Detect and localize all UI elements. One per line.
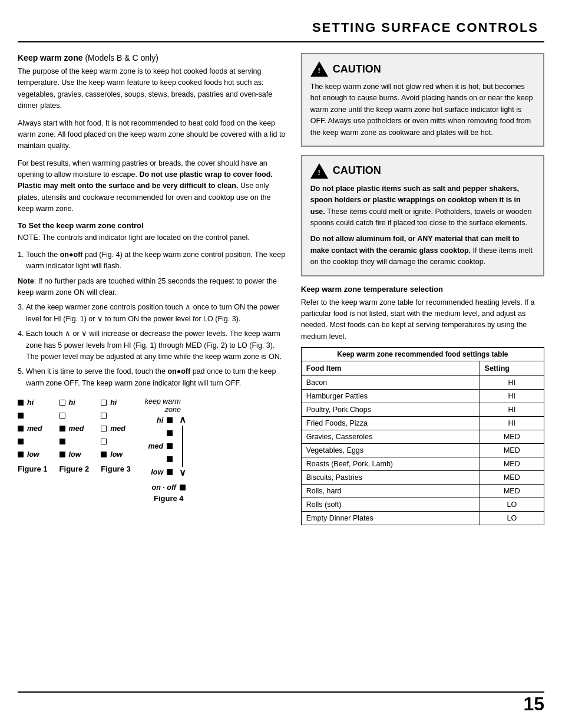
indicator-row-med: med	[59, 423, 84, 434]
setting-cell: HI	[480, 403, 544, 417]
figure4-area: keep warmzone hi	[145, 397, 193, 503]
indicator-row-blank1	[167, 428, 173, 439]
setting-cell: MED	[480, 485, 544, 498]
table-row: Rolls (soft)LO	[301, 498, 544, 512]
table-row: Vegetables, EggsMED	[301, 444, 544, 457]
on-off-row: on · off	[152, 483, 186, 492]
indicator-row-low: low	[151, 467, 173, 477]
sq-filled	[167, 469, 173, 475]
table-row: Hamburger PattiesHI	[301, 390, 544, 403]
models-note: (Models B & C only)	[85, 53, 158, 62]
table-row: BaconHI	[301, 376, 544, 390]
sq-empty	[59, 413, 65, 419]
keep-warm-zone-label: keep warmzone	[145, 397, 193, 414]
caution-header-1: ! CAUTION	[310, 61, 535, 77]
right-column: ! CAUTION The keep warm zone will not gl…	[301, 53, 544, 525]
food-cell: Hamburger Patties	[301, 390, 480, 403]
sq-filled	[18, 439, 24, 444]
indicator-row-low: low	[18, 449, 42, 460]
food-cell: Poultry, Pork Chops	[301, 403, 480, 417]
caution-box-2: ! CAUTION Do not place plastic items suc…	[301, 155, 544, 276]
indicator-row-blank1	[18, 410, 42, 421]
list-item: When it is time to serve the food, touch…	[26, 366, 287, 389]
sq-filled	[180, 485, 186, 490]
sq-filled	[101, 452, 107, 457]
indicator-row-hi: hi	[157, 415, 173, 426]
table-row: Fried Foods, PizzaHI	[301, 417, 544, 430]
sq-filled	[167, 417, 173, 423]
list-item: Touch the on●off pad (Fig. 4) at the kee…	[26, 249, 287, 272]
sq-filled	[18, 400, 24, 406]
food-cell: Roasts (Beef, Pork, Lamb)	[301, 457, 480, 471]
indicator-row-blank2	[18, 436, 42, 447]
table-header-row: Food Item Setting	[301, 361, 544, 376]
sq-filled	[59, 452, 65, 457]
figure2-indicators: hi med	[59, 397, 84, 460]
sq-filled	[18, 452, 24, 457]
food-cell: Gravies, Casseroles	[301, 430, 480, 444]
page-title: SETTING SURFACE CONTROLS	[312, 20, 538, 35]
arrow-down-icon: ∨	[179, 468, 186, 477]
list-item: At the keep warmer zone controls positio…	[26, 302, 287, 325]
indicator-row-hi: hi	[101, 397, 125, 408]
table-row: Empty Dinner PlatesLO	[301, 512, 544, 525]
indicator-row-low: low	[101, 449, 125, 460]
figure1-block: hi med	[18, 397, 48, 473]
page-number: 15	[523, 693, 544, 715]
food-cell: Fried Foods, Pizza	[301, 417, 480, 430]
sq-filled	[167, 456, 173, 462]
para3-text: For best results, when warming pastries …	[18, 158, 287, 215]
indicator-row-low: low	[59, 449, 84, 460]
arrow-up-icon: ∧	[179, 415, 186, 424]
figure3-indicators: hi med	[101, 397, 125, 460]
indicator-row-blank1	[101, 410, 125, 421]
caution-heading-2: CAUTION	[333, 164, 381, 177]
sq-empty	[101, 439, 107, 444]
sq-filled	[59, 439, 65, 444]
food-cell: Rolls (soft)	[301, 498, 480, 512]
caution-triangle-icon-2: !	[310, 163, 328, 179]
table-row: Biscuits, PastriesMED	[301, 471, 544, 485]
page-footer-line	[18, 691, 544, 693]
setting-cell: MED	[480, 471, 544, 485]
table-body: BaconHIHamburger PattiesHIPoultry, Pork …	[301, 376, 544, 525]
caution-triangle-icon-1: !	[310, 61, 328, 77]
indicator-row-blank1	[59, 410, 84, 421]
sq-filled	[167, 430, 173, 436]
intro-text: The purpose of the keep warm zone is to …	[18, 66, 287, 112]
subsection-heading: To Set the keep warm zone control	[18, 221, 287, 230]
indicator-row-med: med	[18, 423, 42, 434]
figure4-column-wrap: hi med	[148, 415, 189, 477]
figure4-label: Figure 4	[154, 494, 184, 503]
food-cell: Empty Dinner Plates	[301, 512, 480, 525]
indicator-row-blank2	[167, 454, 173, 465]
list-item: Note: If no further pads are touched wit…	[18, 276, 287, 299]
para2-text: Always start with hot food. It is not re…	[18, 118, 287, 152]
caution-text-1: The keep warm zone will not glow red whe…	[310, 81, 535, 139]
sq-empty	[101, 426, 107, 431]
vertical-line	[182, 426, 183, 467]
indicator-row-hi: hi	[59, 397, 84, 408]
main-content: Keep warm zone (Models B & C only) The p…	[18, 53, 544, 525]
figure4-indicators: hi med	[148, 415, 173, 477]
caution-text-2b: Do not allow aluminum foil, or ANY mater…	[310, 233, 535, 268]
table-row: Gravies, CasserolesMED	[301, 430, 544, 444]
food-cell: Biscuits, Pastries	[301, 471, 480, 485]
temp-section-heading: Keep warm zone temperature selection	[301, 285, 544, 294]
setting-cell: MED	[480, 430, 544, 444]
caution-heading-1: CAUTION	[333, 63, 381, 75]
setting-cell: HI	[480, 376, 544, 390]
sq-empty	[59, 400, 65, 406]
figure2-label: Figure 2	[59, 465, 90, 473]
col-header-food: Food Item	[301, 361, 480, 376]
figure3-block: hi med	[101, 397, 131, 473]
figures-row: hi med	[18, 397, 287, 503]
arrow-column: ∧ ∨	[176, 415, 189, 477]
section-heading: Keep warm zone (Models B & C only)	[18, 53, 287, 62]
setting-cell: HI	[480, 390, 544, 403]
instructions-list: Touch the on●off pad (Fig. 4) at the kee…	[18, 249, 287, 389]
setting-cell: HI	[480, 417, 544, 430]
sq-filled	[18, 413, 24, 419]
temp-body-text: Refer to the keep warm zone table for re…	[301, 297, 544, 343]
table-row: Poultry, Pork ChopsHI	[301, 403, 544, 417]
